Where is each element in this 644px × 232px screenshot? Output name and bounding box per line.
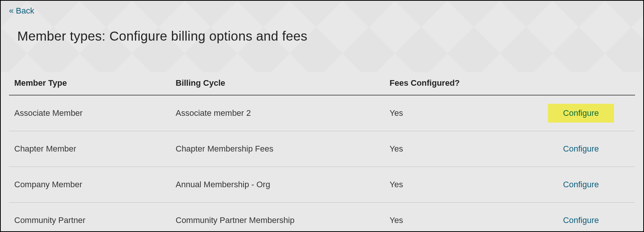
table-row: Chapter MemberChapter Membership FeesYes… — [9, 131, 635, 167]
table-header-row: Member Type Billing Cycle Fees Configure… — [9, 73, 635, 95]
cell-fees-configured: Yes — [384, 167, 527, 203]
member-types-table: Member Type Billing Cycle Fees Configure… — [9, 73, 635, 232]
cell-billing-cycle: Associate member 2 — [170, 95, 384, 131]
table-row: Company MemberAnnual Membership - OrgYes… — [9, 167, 635, 203]
configure-link[interactable]: Configure — [548, 140, 614, 158]
col-header-billing-cycle: Billing Cycle — [170, 73, 384, 95]
configure-link[interactable]: Configure — [548, 175, 614, 194]
col-header-action — [527, 73, 635, 95]
cell-member-type: Community Partner — [9, 203, 170, 232]
table-row: Community PartnerCommunity Partner Membe… — [9, 203, 635, 232]
cell-member-type: Associate Member — [9, 95, 170, 131]
cell-fees-configured: Yes — [384, 95, 527, 131]
cell-action: Configure — [527, 95, 635, 131]
cell-billing-cycle: Chapter Membership Fees — [170, 131, 384, 167]
table-row: Associate MemberAssociate member 2YesCon… — [9, 95, 635, 131]
back-link[interactable]: « Back — [9, 6, 34, 16]
cell-member-type: Company Member — [9, 167, 170, 203]
cell-action: Configure — [527, 203, 635, 232]
col-header-member-type: Member Type — [9, 73, 170, 95]
cell-member-type: Chapter Member — [9, 131, 170, 167]
cell-billing-cycle: Annual Membership - Org — [170, 167, 384, 203]
configure-link[interactable]: Configure — [548, 104, 614, 123]
cell-fees-configured: Yes — [384, 203, 527, 232]
page-content: « Back Member types: Configure billing o… — [1, 1, 643, 232]
page-title: Member types: Configure billing options … — [17, 29, 635, 44]
configure-link[interactable]: Configure — [548, 211, 614, 230]
cell-fees-configured: Yes — [384, 131, 527, 167]
col-header-fees-configured: Fees Configured? — [384, 73, 527, 95]
cell-action: Configure — [527, 131, 635, 167]
cell-action: Configure — [527, 167, 635, 203]
cell-billing-cycle: Community Partner Membership — [170, 203, 384, 232]
